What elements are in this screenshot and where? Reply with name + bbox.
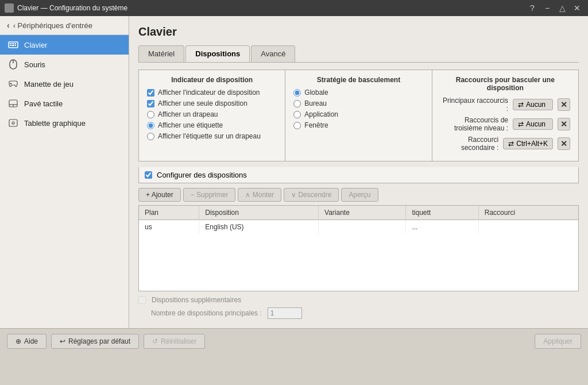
mouse-icon	[8, 59, 18, 70]
svg-rect-7	[15, 45, 16, 46]
reglages-icon: ↩	[60, 337, 65, 345]
col-variante: Variante	[319, 206, 406, 220]
reinitialiser-icon: ↺	[152, 337, 158, 345]
reinitialiser-label: Réinitialiser	[161, 337, 196, 345]
radio-afficher-etiquette[interactable]: Afficher une étiquette	[147, 121, 277, 129]
aide-label: Aide	[24, 337, 38, 345]
radio-afficher-etiquette-drapeau[interactable]: Afficher l'étiquette sur un drapeau	[147, 132, 277, 140]
table-row[interactable]: us English (US) ...	[139, 220, 578, 234]
checkbox-afficher-indicateur-input[interactable]	[147, 89, 154, 97]
radio-afficher-etiquette-input[interactable]	[147, 122, 154, 129]
sidebar-header[interactable]: ‹ ‹ Périphériques d'entrée	[0, 16, 129, 35]
radio-globale[interactable]: Globale	[293, 88, 423, 97]
aide-button[interactable]: ⊕ Aide	[7, 334, 47, 349]
col-disposition: Disposition	[199, 206, 319, 220]
shortcut-secondaire-label: Raccourci secondaire :	[440, 136, 499, 152]
radio-bureau-input[interactable]	[293, 100, 301, 107]
svg-rect-2	[11, 43, 13, 44]
reglages-button[interactable]: ↩ Réglages par défaut	[51, 334, 139, 349]
radio-fenetre[interactable]: Fenêtre	[293, 121, 423, 129]
add-button[interactable]: + Ajouter	[138, 188, 181, 202]
shortcut-troisieme-value: Aucun	[526, 120, 546, 128]
svg-rect-1	[10, 43, 11, 44]
reinitialiser-button[interactable]: ↺ Réinitialiser	[144, 334, 205, 349]
tab-bar: Matériel Dispositions Avancé	[138, 45, 579, 63]
tab-content: Indicateur de disposition Afficher l'ind…	[138, 70, 579, 319]
remove-button[interactable]: − Supprimer	[183, 188, 236, 202]
radio-globale-input[interactable]	[293, 89, 301, 97]
preview-button[interactable]: Aperçu	[341, 188, 378, 202]
back-arrow-icon[interactable]: ‹	[7, 21, 10, 30]
tab-dispositions[interactable]: Dispositions	[185, 45, 250, 62]
radio-application[interactable]: Application	[293, 110, 423, 118]
down-button[interactable]: ∨ Descendre	[284, 188, 339, 202]
shortcut-troisieme-button[interactable]: ⇄ Aucun	[513, 118, 553, 130]
strategy-title: Stratégie de basculement	[293, 76, 423, 84]
tab-avance[interactable]: Avancé	[251, 45, 295, 62]
configure-checkbox[interactable]	[145, 171, 152, 179]
shortcuts-section: Raccourcis pour basculer une disposition…	[432, 70, 578, 161]
layout-table: Plan Disposition Variante tiquett Raccou…	[139, 206, 578, 234]
cell-raccourci	[478, 220, 578, 234]
toolbar: + Ajouter − Supprimer ∧ Monter ∨ Descend…	[138, 188, 579, 202]
shortcut-row-troisieme: Raccourcis de troisième niveau : ⇄ Aucun…	[440, 116, 570, 132]
sidebar-item-tablette[interactable]: Tablette graphique	[0, 113, 129, 133]
nombre-row: Nombre de dispositions principales :	[138, 307, 579, 319]
sidebar-item-pave-label: Pavé tactile	[24, 99, 63, 108]
shortcut-troisieme-clear[interactable]: ✕	[558, 118, 570, 130]
maximize-button[interactable]: △	[556, 2, 568, 14]
checkbox-afficher-seule[interactable]: Afficher une seule disposition	[147, 99, 277, 107]
shortcuts-title: Raccourcis pour basculer une disposition	[440, 76, 570, 92]
gamepad-icon	[8, 79, 18, 89]
sidebar-item-pave[interactable]: Pavé tactile	[0, 94, 129, 113]
radio-afficher-drapeau-input[interactable]	[147, 111, 154, 118]
sidebar-item-souris[interactable]: Souris	[0, 55, 129, 74]
configure-row: Configurer des dispositions	[138, 167, 579, 183]
bottom-bar: ⊕ Aide ↩ Réglages par défaut ↺ Réinitial…	[0, 328, 588, 353]
close-button[interactable]: ✕	[571, 2, 583, 14]
shortcut-principaux-button[interactable]: ⇄ Aucun	[513, 99, 553, 110]
radio-application-input[interactable]	[293, 111, 301, 118]
strategy-section: Stratégie de basculement Globale Bureau	[285, 70, 432, 161]
dispositions-sup-row: Dispositions supplémentaires	[138, 296, 579, 304]
table-header-row: Plan Disposition Variante tiquett Raccou…	[139, 206, 578, 220]
help-button[interactable]: ?	[526, 2, 539, 14]
page-title: Clavier	[138, 25, 579, 38]
shortcut-principaux-value: Aucun	[526, 101, 546, 109]
titlebar: Clavier — Configuration du système ? − △…	[0, 0, 588, 16]
touchpad-icon	[8, 98, 18, 109]
app-icon	[5, 3, 14, 13]
configure-label: Configurer des dispositions	[157, 171, 247, 179]
checkbox-afficher-indicateur[interactable]: Afficher l'indicateur de disposition	[147, 88, 277, 97]
col-raccourci: Raccourci	[478, 206, 578, 220]
radio-bureau[interactable]: Bureau	[293, 99, 423, 107]
keyboard-icon	[8, 40, 18, 50]
sidebar-item-tablette-label: Tablette graphique	[24, 119, 86, 128]
radio-afficher-drapeau[interactable]: Afficher un drapeau	[147, 110, 277, 118]
svg-rect-3	[13, 43, 14, 44]
svg-rect-6	[11, 45, 14, 46]
nombre-label: Nombre de dispositions principales :	[151, 309, 262, 317]
cell-disposition: English (US)	[199, 220, 319, 234]
sidebar-header-label: ‹ Périphériques d'entrée	[13, 21, 92, 30]
sidebar-item-manette[interactable]: Manette de jeu	[0, 74, 129, 94]
appliquer-button[interactable]: Appliquer	[535, 334, 581, 349]
tab-materiel[interactable]: Matériel	[138, 45, 184, 62]
sidebar-item-clavier[interactable]: Clavier	[0, 35, 129, 55]
cell-tiquett: ...	[406, 220, 478, 234]
svg-point-16	[12, 122, 14, 124]
shortcut-secondaire-clear[interactable]: ✕	[558, 137, 570, 150]
dispositions-sup-label: Dispositions supplémentaires	[152, 296, 241, 304]
indicator-section: Indicateur de disposition Afficher l'ind…	[139, 70, 285, 161]
shortcut-secondaire-button[interactable]: ⇄ Ctrl+Alt+K	[503, 138, 553, 149]
up-button[interactable]: ∧ Monter	[238, 188, 281, 202]
checkbox-afficher-seule-input[interactable]	[147, 100, 154, 107]
col-plan: Plan	[139, 206, 199, 220]
radio-afficher-etiquette-drapeau-input[interactable]	[147, 133, 154, 140]
minimize-button[interactable]: −	[541, 2, 554, 14]
shortcut-principaux-clear[interactable]: ✕	[558, 98, 570, 111]
three-columns: Indicateur de disposition Afficher l'ind…	[138, 70, 579, 161]
panel: Clavier Matériel Dispositions Avancé Ind…	[129, 16, 588, 328]
bottom-options: Dispositions supplémentaires Nombre de d…	[138, 296, 579, 319]
radio-fenetre-input[interactable]	[293, 122, 301, 129]
